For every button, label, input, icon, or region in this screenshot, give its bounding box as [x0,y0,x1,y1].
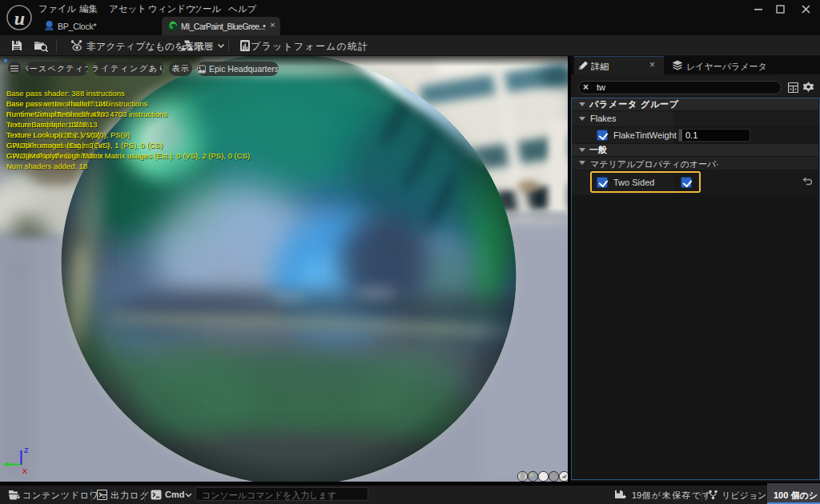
svg-text:X: X [22,467,27,475]
svg-text:Z: Z [24,446,29,454]
svg-text:u: u [14,8,25,29]
